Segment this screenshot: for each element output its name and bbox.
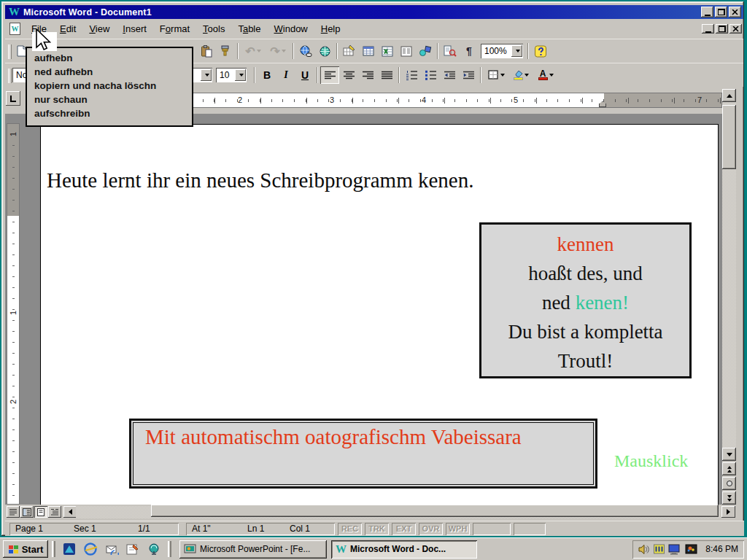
mausklick-caption: Mausklick bbox=[614, 451, 688, 471]
font-color-button[interactable]: A bbox=[533, 66, 558, 84]
outline-view-button[interactable] bbox=[48, 506, 61, 518]
menu-item-kopiern[interactable]: kopiern und nacha löschn bbox=[27, 79, 192, 93]
scroll-right-button[interactable] bbox=[721, 506, 735, 518]
numbered-list-button[interactable] bbox=[402, 66, 421, 84]
bold-button[interactable]: B bbox=[258, 66, 276, 84]
close-button[interactable] bbox=[729, 7, 741, 18]
menu-tools[interactable]: Tools bbox=[196, 21, 231, 37]
menu-item-aufschreibn[interactable]: aufschreibn bbox=[27, 107, 192, 121]
online-layout-view-button[interactable] bbox=[20, 506, 34, 518]
web-toolbar-button[interactable] bbox=[315, 42, 334, 60]
toolbar-grip[interactable] bbox=[8, 44, 12, 59]
font-size-dropdown-button[interactable] bbox=[235, 69, 246, 81]
display-icon[interactable] bbox=[668, 544, 681, 555]
align-left-button[interactable] bbox=[320, 66, 339, 84]
vertical-scrollbar[interactable] bbox=[722, 89, 736, 505]
format-painter-button[interactable] bbox=[216, 42, 235, 60]
menu-view[interactable]: View bbox=[82, 21, 116, 37]
channels-icon[interactable] bbox=[147, 542, 161, 556]
scroll-left-button[interactable] bbox=[63, 506, 77, 518]
decrease-indent-icon bbox=[444, 71, 456, 80]
scroll-up-button[interactable] bbox=[722, 89, 736, 102]
notes-shortcut-icon[interactable] bbox=[125, 542, 140, 556]
horizontal-scroll-thumb[interactable] bbox=[151, 505, 719, 517]
menu-item-ned-aufhebn[interactable]: ned aufhebn bbox=[27, 66, 192, 79]
drawing-button[interactable] bbox=[416, 42, 435, 60]
zoom-dropdown-button[interactable] bbox=[511, 45, 522, 57]
vertical-ruler[interactable]: 1 1 2 bbox=[7, 123, 20, 505]
show-hide-button[interactable]: ¶ bbox=[460, 42, 479, 60]
rec-indicator[interactable]: REC bbox=[338, 523, 362, 535]
insert-table-button[interactable] bbox=[359, 42, 378, 60]
minimize-button[interactable] bbox=[701, 7, 713, 18]
insert-excel-worksheet-button[interactable] bbox=[378, 42, 397, 60]
title-bar[interactable]: W Microsoft Word - Document1 bbox=[5, 5, 743, 19]
highlight-button[interactable] bbox=[508, 66, 533, 84]
menu-insert[interactable]: Insert bbox=[116, 21, 153, 37]
task-label: Microsoft PowerPoint - [Fe... bbox=[200, 544, 310, 554]
graphics-settings-icon[interactable] bbox=[685, 544, 697, 554]
menu-edit[interactable]: Edit bbox=[53, 21, 82, 37]
menu-item-nur-schaun[interactable]: nur schaun bbox=[27, 93, 192, 107]
page-layout-view-button[interactable] bbox=[34, 506, 47, 518]
document-icon[interactable]: W bbox=[9, 23, 20, 35]
menu-table[interactable]: Table bbox=[231, 21, 267, 37]
doc-minimize-button[interactable] bbox=[702, 24, 714, 34]
undo-button[interactable]: ↶ bbox=[241, 42, 266, 60]
scroll-down-button[interactable] bbox=[722, 448, 736, 461]
wph-indicator[interactable]: WPH bbox=[446, 523, 470, 535]
bulleted-list-button[interactable] bbox=[421, 66, 440, 84]
zoom-combobox[interactable]: 100% bbox=[481, 44, 523, 58]
previous-page-button[interactable] bbox=[722, 462, 736, 475]
font-size-combobox[interactable]: 10 bbox=[216, 68, 247, 82]
select-browse-object-button[interactable] bbox=[722, 477, 736, 490]
redo-button[interactable]: ↷ bbox=[266, 42, 290, 60]
start-button[interactable]: Start bbox=[3, 540, 48, 558]
menu-item-aufhebn[interactable]: aufhebn bbox=[27, 52, 192, 66]
ovr-indicator[interactable]: OVR bbox=[419, 523, 443, 535]
internet-explorer-icon[interactable] bbox=[83, 542, 98, 556]
borders-button[interactable] bbox=[484, 66, 508, 84]
office-assistant-help-button[interactable] bbox=[531, 42, 550, 60]
ext-indicator[interactable]: EXT bbox=[392, 523, 416, 535]
desktop-shortcut-icon[interactable] bbox=[62, 542, 77, 556]
note-text-box[interactable]: kennen hoaßt des, und ned kenen! Du bist… bbox=[479, 222, 692, 378]
meter-icon[interactable] bbox=[654, 544, 665, 554]
columns-button[interactable] bbox=[397, 42, 416, 60]
align-right-button[interactable] bbox=[358, 66, 377, 84]
mouse-cursor bbox=[35, 29, 51, 54]
task-powerpoint[interactable]: Microsoft PowerPoint - [Fe... bbox=[179, 540, 327, 559]
toolbar-grip[interactable] bbox=[8, 69, 12, 83]
align-center-button[interactable] bbox=[339, 66, 358, 84]
doc-restore-button[interactable] bbox=[716, 24, 728, 34]
menu-window[interactable]: Window bbox=[268, 21, 314, 37]
tab-alignment-selector[interactable] bbox=[6, 91, 20, 106]
italic-button[interactable]: I bbox=[276, 66, 295, 84]
task-word[interactable]: W Microsoft Word - Doc... bbox=[331, 540, 477, 559]
outlook-express-icon[interactable] bbox=[104, 542, 119, 556]
volume-icon[interactable] bbox=[638, 544, 650, 555]
decrease-indent-button[interactable] bbox=[440, 66, 459, 84]
taskbar-clock[interactable]: 8:46 PM bbox=[705, 544, 738, 554]
normal-view-icon bbox=[9, 508, 18, 516]
font-dropdown-button[interactable] bbox=[201, 69, 212, 81]
arrow-up-icon bbox=[727, 94, 732, 98]
justify-button[interactable] bbox=[377, 66, 396, 84]
menu-format[interactable]: Format bbox=[153, 21, 196, 37]
paste-button[interactable] bbox=[197, 42, 216, 60]
restore-button[interactable] bbox=[715, 7, 727, 18]
banner-text-box[interactable]: Mit automatischm oatografischm Vabeissar… bbox=[129, 419, 597, 489]
insert-hyperlink-button[interactable] bbox=[296, 42, 315, 60]
taskbar-divider bbox=[168, 541, 171, 557]
document-page[interactable]: Heute lernt ihr ein neues Schreibprogram… bbox=[40, 124, 719, 505]
increase-indent-button[interactable] bbox=[459, 66, 478, 84]
menu-help[interactable]: Help bbox=[314, 21, 347, 37]
doc-close-button[interactable] bbox=[729, 24, 742, 34]
normal-view-button[interactable] bbox=[7, 506, 20, 518]
vertical-scroll-thumb[interactable] bbox=[722, 105, 736, 169]
tables-and-borders-button[interactable] bbox=[340, 42, 359, 60]
trk-indicator[interactable]: TRK bbox=[365, 523, 389, 535]
underline-button[interactable]: U bbox=[295, 66, 314, 84]
next-page-button[interactable] bbox=[722, 491, 736, 505]
document-map-button[interactable] bbox=[441, 42, 460, 60]
